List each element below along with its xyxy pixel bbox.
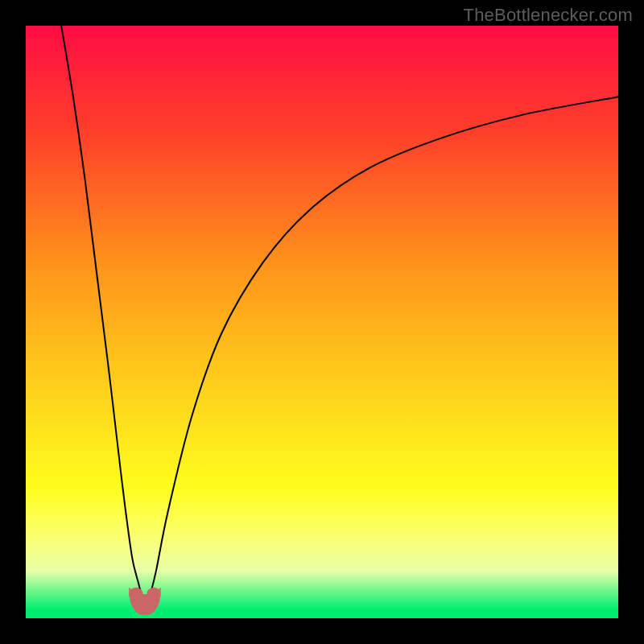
gradient-background <box>26 26 618 618</box>
marker-dot <box>129 588 143 602</box>
marker-dot <box>147 588 161 602</box>
watermark-text: TheBottlenecker.com <box>464 5 633 26</box>
marker-dot <box>141 601 155 615</box>
plot-area <box>26 26 618 618</box>
chart-frame: TheBottlenecker.com <box>0 0 644 644</box>
plot-svg <box>26 26 618 618</box>
